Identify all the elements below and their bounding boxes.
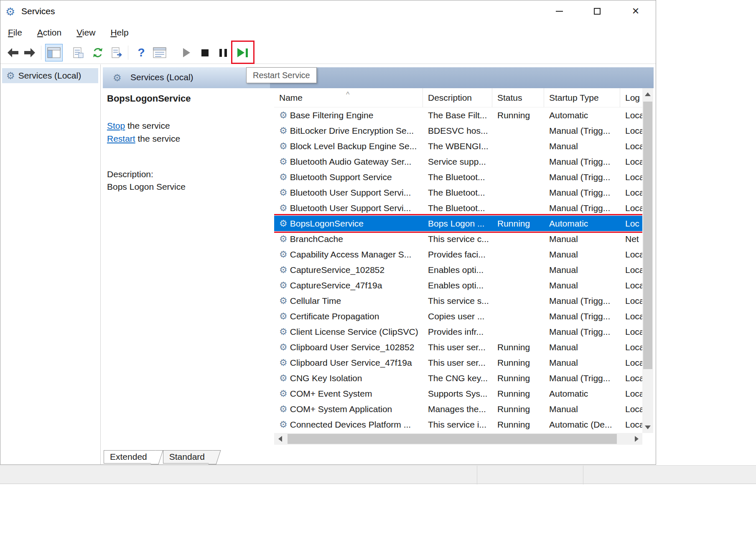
cell-description: The Bluetoot... xyxy=(423,169,492,185)
column-header-log-on-as[interactable]: Log xyxy=(620,88,642,107)
table-row[interactable]: ⚙Bluetooth Support Service The Bluetoot.… xyxy=(274,169,642,185)
cell-service-name: Bluetooth User Support Servi... xyxy=(290,200,411,216)
show-console-tree-button[interactable] xyxy=(45,44,63,61)
properties-button[interactable] xyxy=(69,44,87,61)
table-row[interactable]: ⚙Clipboard User Service_47f19a This user… xyxy=(274,355,642,370)
menu-file-label: F xyxy=(8,28,13,37)
window-list-button[interactable] xyxy=(151,44,168,61)
service-gear-icon: ⚙ xyxy=(279,324,288,339)
cell-status: Running xyxy=(492,355,544,370)
table-row[interactable]: ⚙Capability Access Manager S... Provides… xyxy=(274,247,642,262)
cell-log-on-as: Loca xyxy=(620,123,642,138)
cell-status xyxy=(492,278,544,293)
service-gear-icon: ⚙ xyxy=(279,247,288,262)
table-row[interactable]: ⚙CNG Key Isolation The CNG key... Runnin… xyxy=(274,370,642,386)
back-button[interactable] xyxy=(4,44,22,61)
stop-service-link[interactable]: Stop xyxy=(107,121,125,130)
cell-description: This service c... xyxy=(423,231,492,247)
menu-action-label: A xyxy=(37,28,43,37)
service-gear-icon: ⚙ xyxy=(279,339,288,355)
table-row[interactable]: ⚙Connected Devices Platform ... This ser… xyxy=(274,417,642,432)
table-row[interactable]: ⚙COM+ Event System Supports Sys... Runni… xyxy=(274,386,642,401)
column-header-description[interactable]: Description xyxy=(423,88,492,107)
table-row[interactable]: ⚙Certificate Propagation Copies user ...… xyxy=(274,308,642,324)
services-list: ^ Name Description Status Startup Type L… xyxy=(274,88,642,433)
restart-service-link[interactable]: Restart xyxy=(107,134,135,143)
stop-service-button[interactable] xyxy=(196,44,214,61)
scroll-left-button[interactable] xyxy=(274,433,286,445)
cell-status xyxy=(492,308,544,324)
horizontal-scroll-thumb[interactable] xyxy=(288,434,617,444)
scroll-up-button[interactable] xyxy=(642,88,653,100)
cell-log-on-as: Loca xyxy=(620,107,642,123)
table-row[interactable]: ⚙Base Filtering Engine The Base Filt... … xyxy=(274,107,642,123)
service-gear-icon: ⚙ xyxy=(279,417,288,432)
column-header-status[interactable]: Status xyxy=(492,88,544,107)
table-row[interactable]: ⚙BopsLogonService Bops Logon ... Running… xyxy=(274,216,642,231)
cell-startup-type: Manual (Trigg... xyxy=(544,200,620,216)
maximize-button[interactable] xyxy=(584,0,610,22)
table-row[interactable]: ⚙Clipboard User Service_102852 This user… xyxy=(274,339,642,355)
menu-view-label: V xyxy=(76,28,82,37)
table-row[interactable]: ⚙BitLocker Drive Encryption Se... BDESVC… xyxy=(274,123,642,138)
cell-log-on-as: Loca xyxy=(620,278,642,293)
view-header-label: Services (Local) xyxy=(130,72,193,82)
tree-item-services-local[interactable]: ⚙ Services (Local) xyxy=(2,68,98,83)
table-row[interactable]: ⚙Cellular Time This service s... Manual … xyxy=(274,293,642,308)
minimize-button[interactable] xyxy=(546,0,572,22)
table-row[interactable]: ⚙CaptureService_102852 Enables opti... M… xyxy=(274,262,642,278)
restart-service-button[interactable] xyxy=(234,44,251,61)
column-header-name-label: Name xyxy=(279,93,303,102)
table-row[interactable]: ⚙Block Level Backup Engine Se... The WBE… xyxy=(274,138,642,154)
tab-standard[interactable]: Standard xyxy=(163,450,215,464)
cell-description: Enables opti... xyxy=(423,278,492,293)
cell-log-on-as: Loca xyxy=(620,355,642,370)
cell-log-on-as: Loca xyxy=(620,386,642,401)
table-row[interactable]: ⚙COM+ System Application Manages the... … xyxy=(274,401,642,417)
help-button[interactable]: ? xyxy=(132,44,150,61)
service-gear-icon: ⚙ xyxy=(279,386,288,401)
menu-action[interactable]: Action xyxy=(37,28,61,38)
cell-log-on-as: Loca xyxy=(620,417,642,432)
cell-service-name: Bluetooth Audio Gateway Ser... xyxy=(290,154,412,169)
menu-file[interactable]: File xyxy=(8,28,22,38)
cell-service-name: Certificate Propagation xyxy=(290,308,379,324)
forward-button[interactable] xyxy=(21,44,38,61)
cell-status xyxy=(492,231,544,247)
export-list-button[interactable] xyxy=(108,44,126,61)
scroll-right-button[interactable] xyxy=(631,433,642,445)
cell-status xyxy=(492,185,544,200)
service-gear-icon: ⚙ xyxy=(279,138,288,154)
service-rows: ⚙Base Filtering Engine The Base Filt... … xyxy=(274,107,642,432)
cell-log-on-as: Loca xyxy=(620,324,642,339)
close-button[interactable]: ✕ xyxy=(623,0,649,22)
table-row[interactable]: ⚙Client License Service (ClipSVC) Provid… xyxy=(274,324,642,339)
tab-extended[interactable]: Extended xyxy=(104,450,157,464)
extended-info-pane: BopsLogonService Stop the service Restar… xyxy=(103,89,273,432)
horizontal-scrollbar[interactable] xyxy=(274,433,642,445)
column-header-name[interactable]: ^ Name xyxy=(274,88,423,107)
vertical-scrollbar[interactable] xyxy=(642,88,653,433)
table-row[interactable]: ⚙BranchCache This service c... Manual Ne… xyxy=(274,231,642,247)
cell-description: Enables opti... xyxy=(423,262,492,278)
services-app-icon: ⚙ xyxy=(5,5,15,18)
menubar: File Action View Help xyxy=(0,24,656,41)
cell-description: This user ser... xyxy=(423,339,492,355)
scroll-right-icon xyxy=(635,436,639,442)
table-row[interactable]: ⚙Bluetooth User Support Servi... The Blu… xyxy=(274,185,642,200)
cell-description: This service s... xyxy=(423,293,492,308)
table-row[interactable]: ⚙Bluetooth Audio Gateway Ser... Service … xyxy=(274,154,642,169)
vertical-scroll-thumb[interactable] xyxy=(643,102,652,369)
cell-description: Provides infr... xyxy=(423,324,492,339)
cell-log-on-as: Loca xyxy=(620,200,642,216)
column-header-startup-type[interactable]: Startup Type xyxy=(544,88,620,107)
service-gear-icon: ⚙ xyxy=(279,401,288,417)
scroll-down-button[interactable] xyxy=(642,421,653,433)
menu-help[interactable]: Help xyxy=(110,28,128,38)
pause-service-button[interactable] xyxy=(214,44,232,61)
table-row[interactable]: ⚙Bluetooth User Support Servi... The Blu… xyxy=(274,200,642,216)
refresh-button[interactable] xyxy=(89,44,107,61)
menu-view[interactable]: View xyxy=(76,28,95,38)
table-row[interactable]: ⚙CaptureService_47f19a Enables opti... M… xyxy=(274,278,642,293)
start-service-button[interactable] xyxy=(178,44,195,61)
